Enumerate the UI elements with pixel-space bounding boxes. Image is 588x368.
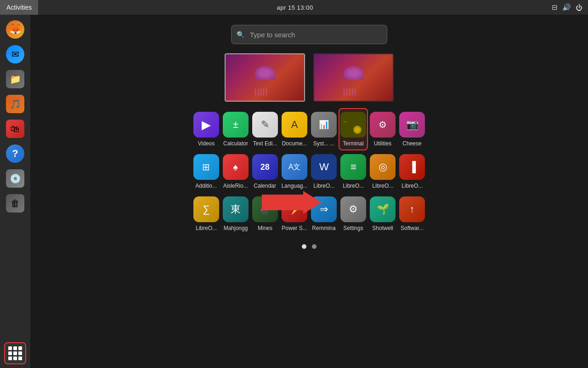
- sidebar-item-dvd[interactable]: 💿: [4, 167, 26, 190]
- app-label-remmina: Remmina: [312, 225, 335, 231]
- app-label-terminal: Terminal: [343, 140, 363, 147]
- app-label-shotwell: Shotwell: [372, 225, 393, 231]
- app-item-language[interactable]: A文 Languag...: [280, 150, 310, 193]
- pagination-dot-1[interactable]: [302, 244, 306, 249]
- app-item-shotwell[interactable]: 🌱 Shotwell: [368, 193, 397, 235]
- app-item-cheese[interactable]: 📷 Cheese: [397, 108, 427, 150]
- app-item-utilities[interactable]: ⚙ Utilities: [368, 108, 397, 150]
- app-label-libreoffice-calc: LibreO...: [343, 183, 364, 189]
- app-label-calendar: Calendar: [254, 183, 276, 189]
- sidebar-item-rhythmbox[interactable]: 🎵: [4, 93, 26, 115]
- search-container: 🔍: [231, 25, 387, 44]
- app-item-libreoffice-math[interactable]: ∑ LibreO...: [192, 193, 221, 235]
- app-label-cheese: Cheese: [402, 140, 421, 147]
- network-icon[interactable]: ⊟: [552, 3, 558, 12]
- sidebar-item-trash[interactable]: 🗑: [4, 192, 26, 214]
- search-input[interactable]: [231, 25, 387, 44]
- app-item-remmina[interactable]: ⇒ Remmina: [309, 193, 339, 235]
- app-item-calculator[interactable]: ± Calculator: [221, 108, 250, 150]
- app-label-system-monitor: Syst... ...: [313, 140, 335, 147]
- app-label-mines: Mines: [258, 225, 272, 231]
- sidebar-item-files[interactable]: 📁: [4, 68, 26, 90]
- app-item-libreoffice-draw[interactable]: ◎ LibreO...: [368, 150, 397, 193]
- app-label-libreoffice-draw: LibreO...: [372, 183, 393, 189]
- power-icon[interactable]: ⏻: [576, 4, 582, 12]
- app-label-libreoffice-math: LibreO...: [196, 225, 217, 231]
- activities-button[interactable]: Activities: [0, 0, 38, 15]
- topbar: Activities apr 15 13:00 ⊟ 🔊 ⏻: [0, 0, 588, 15]
- app-label-software-updater: Softwar...: [401, 225, 424, 231]
- app-item-libreoffice-writer[interactable]: W LibreO...: [309, 150, 339, 193]
- app-row-1: ▶ Videos ± Calculator ✎ Text Edi... A Do…: [192, 108, 427, 150]
- main-area: 🔍: [30, 15, 588, 368]
- app-label-document-scanner: Docume...: [282, 140, 307, 147]
- app-item-document-scanner[interactable]: A Docume...: [280, 108, 309, 150]
- app-label-settings: Settings: [343, 225, 363, 231]
- app-item-software-updater[interactable]: ↑ Softwar...: [397, 193, 427, 235]
- app-item-mahjongg[interactable]: 東 Mahjongg: [221, 193, 250, 235]
- show-apps-button[interactable]: [4, 342, 26, 364]
- workspace-thumb-2[interactable]: [313, 53, 394, 102]
- app-item-additional-drivers[interactable]: ⊞ Additio...: [192, 150, 221, 193]
- app-item-libreoffice-calc[interactable]: ≡ LibreO...: [339, 150, 368, 193]
- app-row-3: ∑ LibreO... 東 Mahjongg 💣 Mines ⚡ Power S…: [192, 193, 427, 235]
- app-label-libreoffice-writer: LibreO...: [313, 183, 334, 189]
- app-item-system-monitor[interactable]: 📊 Syst... ...: [309, 108, 339, 150]
- pagination-dot-2[interactable]: [312, 244, 317, 249]
- app-item-power-statistics[interactable]: ⚡ Power S...: [280, 193, 309, 235]
- volume-icon[interactable]: 🔊: [562, 3, 571, 12]
- sidebar-item-firefox[interactable]: 🦊: [4, 18, 26, 40]
- app-item-mines[interactable]: 💣 Mines: [250, 193, 280, 235]
- app-label-language: Languag...: [282, 183, 308, 189]
- app-item-calendar[interactable]: 28 Calendar: [250, 150, 280, 193]
- app-row-2: ⊞ Additio... ♠ AisleRio... 28 Calendar A…: [192, 150, 427, 193]
- sidebar-item-thunderbird[interactable]: ✉: [4, 43, 26, 65]
- app-label-aisle-riot: AisleRio...: [223, 183, 248, 189]
- terminal-cursor: [353, 126, 362, 134]
- sidebar-item-help[interactable]: ?: [4, 143, 26, 165]
- sidebar: 🦊 ✉ 📁 🎵 🛍 ? 💿 🗑: [0, 15, 30, 368]
- app-label-videos: Videos: [198, 140, 215, 147]
- app-item-settings[interactable]: ⚙ Settings: [339, 193, 368, 235]
- workspace-thumb-1[interactable]: [225, 53, 305, 102]
- app-item-text-editor[interactable]: ✎ Text Edi...: [250, 108, 280, 150]
- apps-grid-icon: [8, 346, 22, 360]
- app-label-mahjongg: Mahjongg: [224, 225, 248, 231]
- app-item-aisle-riot[interactable]: ♠ AisleRio...: [221, 150, 250, 193]
- app-item-terminal[interactable]: _ Terminal: [339, 108, 368, 150]
- app-label-power-statistics: Power S...: [282, 225, 307, 231]
- topbar-datetime: apr 15 13:00: [277, 4, 313, 11]
- app-label-additional-drivers: Additio...: [195, 183, 217, 189]
- app-item-libreoffice-impress[interactable]: ▐ LibreO...: [397, 150, 427, 193]
- workspaces: [225, 53, 394, 102]
- app-label-utilities: Utilities: [374, 140, 392, 147]
- app-label-libreoffice-impress: LibreO...: [401, 183, 423, 189]
- topbar-right-icons: ⊟ 🔊 ⏻: [552, 3, 588, 12]
- pagination: [302, 244, 317, 249]
- app-item-videos[interactable]: ▶ Videos: [192, 108, 221, 150]
- terminal-prompt-text: _: [343, 115, 347, 121]
- app-label-text-editor: Text Edi...: [253, 140, 277, 147]
- app-label-calculator: Calculator: [223, 140, 248, 147]
- sidebar-item-appstore[interactable]: 🛍: [4, 118, 26, 140]
